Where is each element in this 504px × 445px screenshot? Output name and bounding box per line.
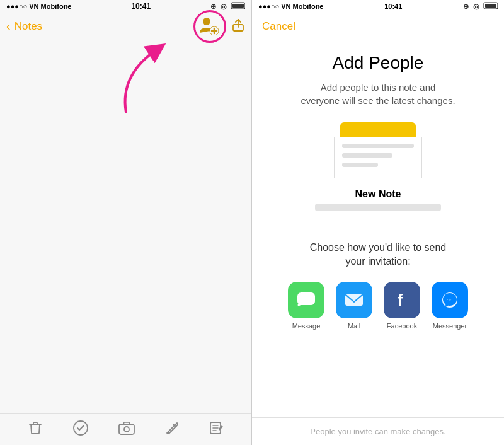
status-bar-left: ●●●○○ VN Mobifone 10:41 ⊕ ◎ [0,0,251,13]
note-illustration [334,122,422,178]
svg-rect-23 [297,292,315,305]
modal-title: Add People [333,53,424,73]
time-left: 10:41 [131,2,151,11]
choose-label: Choose how you'd like to sendyour invita… [310,241,447,269]
note-line-3 [342,163,378,167]
share-item-messenger[interactable]: Messenger [432,282,468,330]
left-panel: ●●●○○ VN Mobifone 10:41 ⊕ ◎ ‹ Notes [0,0,252,445]
svg-rect-12 [119,424,134,434]
bottom-toolbar [0,413,251,445]
status-icons-right: ⊕ ◎ [463,1,498,11]
svg-text:◎: ◎ [473,3,479,10]
svg-rect-22 [485,4,496,8]
note-body [334,137,422,178]
right-panel: ●●●○○ VN Mobifone 10:41 ⊕ ◎ Cancel Add P… [252,0,504,445]
cancel-button[interactable]: Cancel [262,20,295,33]
note-header-bar [340,122,416,137]
svg-text:f: f [398,291,403,309]
share-options-row: Message Mail f Faceboo [271,282,485,330]
messenger-label: Messenger [433,322,467,330]
status-icons-left: ⊕ ◎ [210,1,245,11]
pen-icon[interactable] [164,420,180,439]
blur-text-1 [315,204,441,211]
carrier-right: ●●●○○ VN Mobifone [258,3,324,10]
arrow-annotation [107,37,183,121]
svg-rect-4 [232,4,244,8]
share-item-facebook[interactable]: f Facebook [384,282,420,330]
nav-bar-right: Cancel [252,13,504,40]
svg-point-5 [203,18,210,25]
share-icon [231,18,245,32]
person-add-icon [198,15,219,35]
note-title-label: New Note [355,188,401,200]
bottom-note: People you invite can make changes. [252,417,504,445]
share-item-mail[interactable]: Mail [336,282,372,330]
back-chevron-icon: ‹ [6,19,11,33]
facebook-icon[interactable]: f [384,282,420,318]
time-right: 10:41 [384,3,402,10]
section-divider [271,229,485,229]
compose-icon[interactable] [209,420,224,439]
svg-point-13 [124,427,129,432]
carrier-left: ●●●○○ VN Mobifone [6,3,72,10]
message-icon[interactable] [288,282,324,318]
modal-subtitle: Add people to this note andeveryone will… [301,81,455,107]
note-line-1 [342,144,414,148]
share-item-message[interactable]: Message [288,282,324,330]
messenger-icon[interactable] [432,282,468,318]
delete-icon[interactable] [28,420,43,439]
mail-label: Mail [348,322,360,330]
modal-content: Add People Add people to this note andev… [252,40,504,417]
svg-text:⊕: ⊕ [463,3,469,10]
svg-text:◎: ◎ [220,3,227,10]
add-people-icon-wrapper[interactable] [198,15,221,38]
svg-text:⊕: ⊕ [210,3,216,10]
camera-icon[interactable] [118,421,135,439]
back-button[interactable]: ‹ Notes [6,19,42,33]
note-share-link [315,204,441,215]
back-label: Notes [14,20,42,33]
message-label: Message [292,322,321,330]
note-line-2 [342,153,392,158]
check-circle-icon[interactable] [72,420,89,440]
mail-icon[interactable] [336,282,372,318]
facebook-label: Facebook [387,322,417,330]
share-button[interactable] [231,18,245,35]
status-bar-right: ●●●○○ VN Mobifone 10:41 ⊕ ◎ [252,0,504,13]
